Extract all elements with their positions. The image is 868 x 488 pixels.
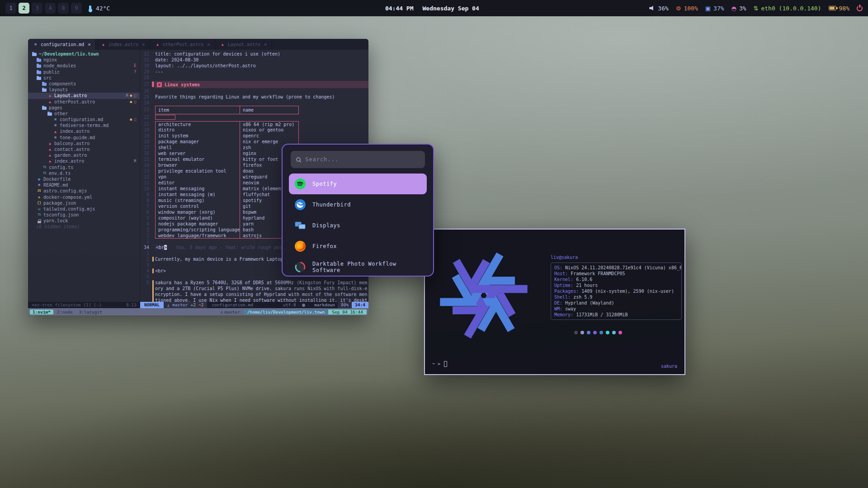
line-number: 25 (140, 94, 152, 100)
workspace-2[interactable]: 2 (19, 3, 29, 14)
close-icon[interactable]: × (264, 42, 267, 47)
tree-item-label: index.astro (54, 158, 84, 164)
tree-item[interactable]: ▦fediverse-terms.md (28, 122, 140, 128)
buffer-line[interactable]: 25Favorite things regarding Linux and my… (140, 94, 368, 100)
fastfetch-terminal-window[interactable]: liv@sakura OS: NixOS 24.11.20240828.71e9… (424, 229, 685, 375)
tree-item[interactable]: yarn.lock (28, 218, 140, 224)
close-icon[interactable]: × (142, 42, 145, 47)
tmux-window-2:node[interactable]: 2:node (54, 310, 75, 314)
file-tree-root[interactable]: ~/Development/liv.town (28, 51, 140, 57)
clock-module[interactable]: 04:44 PM Wednesday Sep 04 (385, 5, 479, 12)
tree-item[interactable]: ◉Dockerfile (28, 176, 140, 182)
buffer-line[interactable]: 24 (140, 100, 368, 106)
line-number: 11 (140, 180, 152, 186)
tree-item-badges: ●□ (130, 99, 140, 105)
tree-item[interactable]: pages (28, 105, 140, 111)
buffer-line[interactable]: 29--- (140, 69, 368, 75)
search-input[interactable] (305, 156, 420, 163)
buffer-line[interactable]: 27≡Linux systems (140, 80, 368, 88)
buffer-line[interactable]: 28 (140, 75, 368, 80)
memory-module[interactable]: ◓ 3% (731, 5, 746, 12)
cpu-module[interactable]: ▣ 37% (705, 5, 724, 12)
buffer-line[interactable]: 23itemname (140, 106, 368, 114)
buffer-line[interactable]: 6sakura has a Ryzen 5 7640U, 32GB of DDR… (140, 280, 368, 302)
tab-Layout.astro[interactable]: ▲Layout.astro× (215, 39, 272, 50)
shell-prompt[interactable]: ~ > (432, 361, 447, 367)
tmux-window-3:lazygit[interactable]: 3:lazygit (76, 310, 104, 314)
tree-item-label: components (49, 81, 76, 87)
tree-item[interactable]: JSastro.config.mjs (28, 188, 140, 194)
power-module[interactable] (857, 5, 863, 11)
close-icon[interactable]: × (207, 42, 210, 47)
workspace-8[interactable]: 8 (58, 3, 69, 14)
tree-item[interactable]: ▦README.md (28, 182, 140, 188)
workspace-1[interactable]: 1 (5, 3, 16, 14)
tree-item[interactable]: node_modulesE (28, 63, 140, 69)
workspace-4[interactable]: 4 (45, 3, 56, 14)
tree-item[interactable]: components (28, 81, 140, 87)
table-cell: instant messaging (155, 186, 240, 192)
tree-item[interactable]: nginx (28, 57, 140, 63)
fetch-field-value: Framework FRANMDCP05 (568, 271, 625, 276)
tree-item[interactable]: ≈tailwind.config.mjs (28, 206, 140, 212)
tree-item[interactable]: src (28, 75, 140, 81)
launcher-search-box[interactable] (291, 151, 425, 168)
tree-item[interactable]: (6 hidden items) (28, 224, 140, 230)
tree-item[interactable]: public? (28, 69, 140, 75)
desktop: 123489 42°C 04:44 PM Wednesday Sep 04 36… (0, 0, 868, 488)
sign-column (152, 233, 155, 239)
buffer-line[interactable]: 31date: 2024-08-30 (140, 57, 368, 63)
displays-icon (294, 220, 306, 231)
tree-item[interactable]: ▲garden.astro (28, 152, 140, 158)
network-module[interactable]: ⇅ eth0 (10.0.0.140) (754, 5, 821, 12)
tree-item[interactable]: ◈docker-compose.yml (28, 194, 140, 200)
buffer-line[interactable]: 32title: configuration for devices i use… (140, 51, 368, 57)
tab-otherPost.astro[interactable]: ▲otherPost.astro× (150, 39, 215, 50)
tree-item[interactable]: ▲contact.astro (28, 146, 140, 152)
table-cell: compositor (wayland) (155, 215, 240, 221)
spotify-icon (294, 178, 306, 190)
tree-item[interactable]: {}package.json (28, 200, 140, 206)
workspace-3[interactable]: 3 (32, 3, 42, 14)
launcher-item-darktable[interactable]: Darktable Photo Workflow Software (289, 257, 427, 277)
buffer-line[interactable]: 30layout: ../../layouts/otherPost.astro (140, 63, 368, 69)
tree-item[interactable]: TSenv.d.ts (28, 170, 140, 176)
badge: ● (130, 99, 132, 105)
buffer-line[interactable]: 21architecturex86_64 (rip m2 pro) (140, 121, 368, 127)
line-content: itemname (155, 106, 368, 114)
tree-item[interactable]: other (28, 111, 140, 117)
tree-item[interactable]: layouts (28, 87, 140, 93)
temperature-module[interactable]: 42°C (89, 5, 110, 12)
tree-item-label: env.d.ts (49, 170, 71, 176)
volume-module[interactable]: 36% (649, 5, 668, 12)
fetch-field-label: Host: (554, 271, 568, 276)
tree-item[interactable]: ▲index.astroH (28, 158, 140, 164)
launcher-item-spotify[interactable]: Spotify (289, 174, 427, 194)
tmux-window-1:nvim*[interactable]: 1:nvim* (30, 310, 53, 314)
file-tree-root-label: ~/Development/liv.town (39, 51, 99, 57)
tmux-git-branch: Y master (217, 310, 244, 314)
table-cell: nixos or gentoo (240, 127, 299, 133)
tree-item[interactable]: TSconfig.ts (28, 164, 140, 170)
tree-item[interactable]: ▲otherPost.astro●□ (28, 99, 140, 105)
buffer-line[interactable]: 20distronixos or gentoo (140, 127, 368, 133)
tree-item[interactable]: ▲Layout.astroH●□ (28, 93, 140, 99)
tree-item[interactable]: ▦tone-guide.md (28, 135, 140, 141)
brightness-module[interactable]: ⚙ 100% (676, 5, 698, 12)
buffer-line[interactable]: 22 (140, 114, 368, 121)
battery-module[interactable]: 98% (829, 5, 849, 12)
launcher-item-thunderbird[interactable]: Thunderbird (289, 194, 427, 215)
buffer-line[interactable]: 19init systemopenrc (140, 133, 368, 139)
tree-item[interactable]: TStsconfig.json (28, 212, 140, 218)
tab-index.astro[interactable]: ▲index.astro× (96, 39, 150, 50)
launcher-item-firefox[interactable]: Firefox (289, 236, 427, 257)
fetch-field: Packages: 1409 (nix-system), 2590 (nix-u… (554, 288, 678, 294)
workspace-9[interactable]: 9 (71, 3, 82, 14)
tree-item[interactable]: ▲balcony.astro (28, 141, 140, 146)
tree-item[interactable]: ▲index.astro (28, 128, 140, 134)
launcher-item-displays[interactable]: Displays (289, 215, 427, 236)
close-icon[interactable]: × (88, 42, 91, 47)
buffer-line[interactable]: 26 (140, 88, 368, 94)
tree-item[interactable]: ▦configuration.md●□ (28, 117, 140, 122)
tab-configuration.md[interactable]: ▦configuration.md× (28, 39, 96, 50)
